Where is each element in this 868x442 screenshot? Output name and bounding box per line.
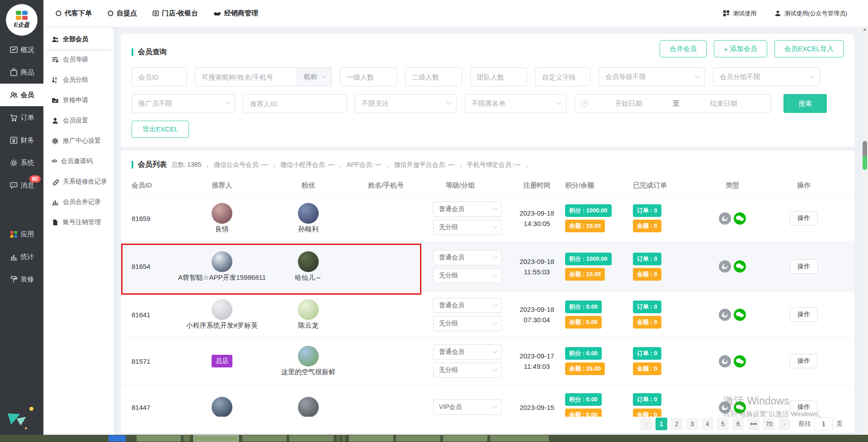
taskbar-window-thumbnail[interactable] xyxy=(443,435,487,442)
taskbar-window-thumbnail[interactable] xyxy=(342,435,345,442)
submenu-item-sortlevel[interactable]: 会员等级 xyxy=(43,49,114,70)
avatar xyxy=(298,251,319,272)
scrollbar-thumb[interactable] xyxy=(863,141,867,170)
pagination-page-5[interactable]: 5 xyxy=(717,418,729,430)
sidebar-item-gear[interactable]: 系统 xyxy=(0,151,43,174)
member-level-select[interactable]: 普通会员 xyxy=(433,344,502,360)
row-action-button[interactable]: 操作 xyxy=(790,259,818,274)
filter-select-1-7[interactable]: 会员分组不限 xyxy=(713,67,820,86)
submenu-item-doc[interactable]: 账号注销管理 xyxy=(43,212,114,232)
vertical-scrollbar[interactable] xyxy=(862,27,868,435)
chevron-down-icon xyxy=(321,73,326,78)
chevron-down-icon xyxy=(492,224,497,229)
row-action-button[interactable]: 操作 xyxy=(790,354,818,368)
filter-select-2-2[interactable]: 不限关注 xyxy=(355,94,457,113)
stat-value: --- xyxy=(375,161,382,169)
member-type-cell xyxy=(701,212,764,225)
account-user[interactable]: 测试使用(公众号管理员) xyxy=(774,9,847,18)
start-date-placeholder[interactable]: 开始日期 xyxy=(588,99,669,108)
avatar xyxy=(298,346,319,367)
pagination-page-70[interactable]: 70 xyxy=(763,418,775,430)
keyword-search-input[interactable] xyxy=(195,73,297,81)
sidebar-item-goods[interactable]: 商品 xyxy=(0,61,43,84)
taskbar-window-thumbnail[interactable] xyxy=(336,435,340,442)
submenu-item-link[interactable]: 关系链修改记录 xyxy=(43,171,114,192)
cart-icon xyxy=(9,113,18,122)
filter-input[interactable] xyxy=(406,73,462,81)
sidebar-item-roller[interactable]: 装修 xyxy=(0,268,43,291)
submenu-item-chart[interactable]: 会员合并记录 xyxy=(43,192,114,212)
pagination-ellipsis[interactable]: ••• xyxy=(748,418,760,430)
sidebar-item-yen[interactable]: 财务 xyxy=(0,129,43,151)
pagination-prev-button[interactable]: ‹ xyxy=(640,418,652,430)
sidebar-item-cart[interactable]: 订单 xyxy=(0,106,43,129)
nav-item-2[interactable]: 自提点 xyxy=(107,9,137,18)
taskbar-window-thumbnail[interactable] xyxy=(396,435,440,442)
member-group-select[interactable]: 无分组 xyxy=(433,268,502,283)
filter-input[interactable] xyxy=(132,73,186,81)
export-excel-button[interactable]: 导出EXCEL xyxy=(132,121,189,138)
member-group-select[interactable]: 无分组 xyxy=(433,220,502,235)
keyword-type-select[interactable]: 昵称 xyxy=(297,67,332,86)
row-action-button[interactable]: 操作 xyxy=(790,307,818,322)
taskbar-window-thumbnail[interactable] xyxy=(349,435,393,442)
sidebar-item-users[interactable]: 会员 xyxy=(0,84,43,106)
sidebar-item-bubble[interactable]: 消息80 xyxy=(0,174,43,197)
taskbar-window-thumbnail[interactable] xyxy=(193,435,239,442)
filter-input[interactable] xyxy=(536,73,590,81)
filter-input[interactable] xyxy=(471,73,527,81)
filter-select-2-0[interactable]: 推广员不限 xyxy=(132,94,235,113)
nav-item-3[interactable]: 门店-收银台 xyxy=(152,9,198,18)
search-button[interactable]: 搜索 xyxy=(783,94,827,113)
sidebar-item-apps[interactable]: 应用 xyxy=(0,223,43,245)
sidebar-item-monitor[interactable]: 概况 xyxy=(0,38,43,61)
account-workspace[interactable]: 测试使用 xyxy=(723,9,756,18)
member-level-select[interactable]: VIP会员 xyxy=(433,400,502,415)
taskbar-window-thumbnail[interactable] xyxy=(184,435,190,442)
brand-logo[interactable]: E企盈 xyxy=(6,4,38,36)
page-goto-input[interactable] xyxy=(814,417,833,431)
submenu-item-users2[interactable]: 全部会员 xyxy=(43,29,114,49)
scrollbar-up-arrow-icon[interactable] xyxy=(863,28,867,31)
pagination-page-6[interactable]: 6 xyxy=(732,418,744,430)
register-date-range[interactable]: 开始日期至结束日期 xyxy=(575,94,771,113)
submenu-item-code[interactable]: </>会员邀请码 xyxy=(43,151,114,171)
pagination-page-4[interactable]: 4 xyxy=(702,418,713,430)
taskbar-window-thumbnail[interactable] xyxy=(289,435,334,442)
pagination-page-1[interactable]: 1 xyxy=(656,418,667,430)
bubble-icon xyxy=(9,181,18,190)
filter-select-1-6[interactable]: 会员等级不限 xyxy=(599,67,705,86)
yen-icon xyxy=(9,136,18,145)
taskbar-window-thumbnail[interactable] xyxy=(137,435,181,442)
submenu-item-folderck[interactable]: 资格申请 xyxy=(43,90,114,110)
end-date-placeholder[interactable]: 结束日期 xyxy=(683,99,764,108)
open-platform-icon xyxy=(719,309,731,321)
merge-member-button[interactable]: 合并会员 xyxy=(660,40,707,57)
taskbar-window-thumbnail[interactable] xyxy=(490,435,549,442)
balance-badge: 余额 : 10.00 xyxy=(565,220,605,232)
filter-select-2-3[interactable]: 不限黑名单 xyxy=(465,94,566,113)
submenu-item-sortaz[interactable]: AZ会员分组 xyxy=(43,70,114,90)
add-member-button[interactable]: +添加会员 xyxy=(714,40,767,57)
pagination-page-2[interactable]: 2 xyxy=(671,418,683,430)
taskbar-window-thumbnail[interactable] xyxy=(242,435,287,442)
filter-input[interactable] xyxy=(340,73,396,81)
row-action-button[interactable]: 操作 xyxy=(790,211,818,226)
row-action-button[interactable]: 操作 xyxy=(790,400,818,414)
windows-taskbar[interactable] xyxy=(0,435,868,442)
sidebar-item-stats[interactable]: 统计 xyxy=(0,245,43,268)
member-group-select[interactable]: 无分组 xyxy=(433,362,502,378)
pagination-page-3[interactable]: 3 xyxy=(686,418,698,430)
submenu-item-person[interactable]: 会员设置 xyxy=(43,110,114,131)
taskbar-window-thumbnail[interactable] xyxy=(108,435,126,442)
filter-input[interactable] xyxy=(244,100,346,108)
member-group-select[interactable]: 无分组 xyxy=(433,316,502,331)
member-level-select[interactable]: 普通会员 xyxy=(433,250,502,265)
nav-item-1[interactable]: 代客下单 xyxy=(55,9,92,18)
submenu-item-gear2[interactable]: 推广中心设置 xyxy=(43,131,114,151)
member-level-select[interactable]: 普通会员 xyxy=(433,202,502,217)
member-excel-import-button[interactable]: 会员EXCEL导入 xyxy=(774,40,844,57)
member-level-select[interactable]: 普通会员 xyxy=(433,298,502,313)
pagination-next-button[interactable]: › xyxy=(778,418,790,430)
nav-item-4[interactable]: 经销商管理 xyxy=(213,9,258,18)
